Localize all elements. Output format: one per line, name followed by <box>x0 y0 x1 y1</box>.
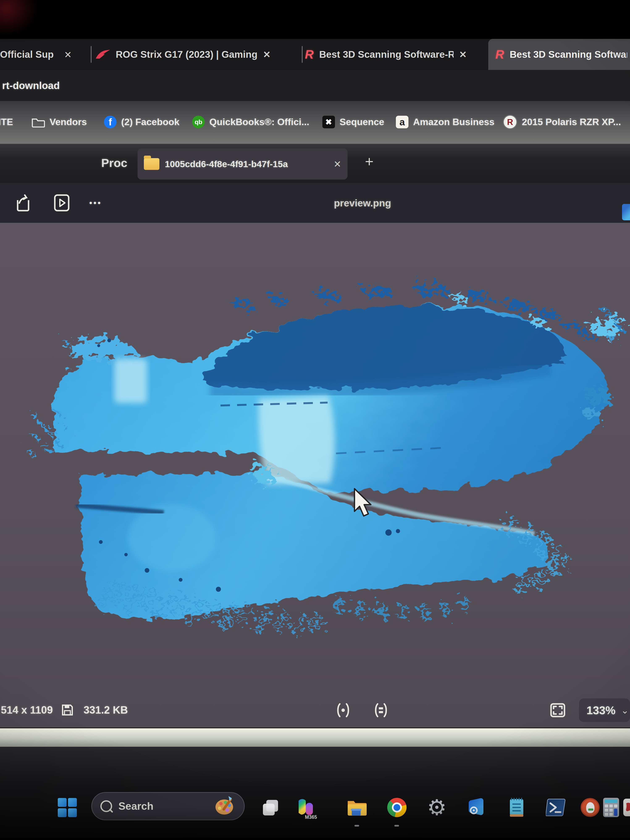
facebook-icon: f <box>104 116 117 128</box>
windows-logo-icon <box>58 798 77 817</box>
revopoint-logo-icon: R <box>496 48 504 60</box>
edit-image-icon[interactable] <box>622 204 630 220</box>
chevron-down-icon: ⌄ <box>621 705 629 716</box>
close-icon[interactable]: ✕ <box>333 159 341 169</box>
bookmark-quickbooks[interactable]: qb QuickBooks®: Offici... <box>192 116 309 128</box>
revo-scan-button[interactable] <box>467 795 487 820</box>
task-view-button[interactable] <box>261 795 281 820</box>
chrome-icon <box>387 798 407 817</box>
polaris-icon: R <box>503 115 517 129</box>
explorer-tab-row: Proc 1005cdd6-4f8e-4f91-b47f-15a ✕ + <box>0 143 630 184</box>
bookmark-partial[interactable]: ITE <box>0 117 13 128</box>
bookmark-facebook[interactable]: f (2) Facebook <box>104 116 180 128</box>
file-title: preview.png <box>334 197 391 209</box>
revopoint-logo-icon: R <box>305 48 314 60</box>
powershell-icon <box>546 799 565 816</box>
close-icon[interactable]: ✕ <box>64 49 72 60</box>
fullscreen-icon[interactable] <box>550 702 566 718</box>
bookmark-amazon[interactable]: a Amazon Business <box>396 116 494 128</box>
tab-label: Official Sup <box>0 49 54 60</box>
tab-rog-strix[interactable]: ROG Strix G17 (2023) | Gaming ✕ <box>96 39 303 70</box>
search-icon <box>100 800 112 812</box>
screen-bottom-glare <box>0 728 630 747</box>
bookmarks-bar: ITE Vendors f (2) Facebook qb QuickBooks… <box>0 101 630 143</box>
duckduckgo-button[interactable] <box>580 795 600 820</box>
browser-tab-strip: Official Sup ✕ ROG Strix G17 (2023) | Ga… <box>0 39 630 70</box>
revo-scan-icon <box>467 797 487 818</box>
address-bar[interactable]: rt-download <box>0 70 630 101</box>
slideshow-icon[interactable] <box>54 194 70 212</box>
new-tab-button[interactable]: + <box>365 153 374 170</box>
image-dimensions: 514 x 1109 <box>1 704 53 716</box>
more-options-icon[interactable]: ••• <box>89 198 102 208</box>
photo-viewer-toolbar: ••• preview.png <box>0 183 630 223</box>
scan-image <box>0 223 630 728</box>
bookmark-vendors-folder[interactable]: Vendors <box>32 117 87 128</box>
file-size: 331.2 KB <box>84 704 128 716</box>
close-icon[interactable]: ✕ <box>459 49 467 60</box>
amazon-icon: a <box>396 116 409 128</box>
calculator-icon <box>602 797 620 818</box>
duckduckgo-icon <box>581 798 600 817</box>
settings-button[interactable]: ⚙ <box>427 795 447 820</box>
image-canvas[interactable] <box>0 223 630 728</box>
m365-label: M365 <box>305 815 317 820</box>
share-icon[interactable] <box>15 194 32 212</box>
palette-icon <box>214 795 235 817</box>
folder-icon <box>144 158 159 170</box>
tab-divider <box>302 46 303 63</box>
taskbar-search[interactable]: Search <box>92 792 245 820</box>
file-explorer-button[interactable] <box>346 795 367 820</box>
tab-label: ROG Strix G17 (2023) | Gaming <box>116 49 257 60</box>
explorer-tab[interactable]: 1005cdd6-4f8e-4f91-b47f-15a ✕ <box>137 148 347 180</box>
rog-logo-icon <box>96 50 110 59</box>
running-indicator <box>395 825 399 827</box>
taskbar <box>0 747 630 838</box>
close-icon[interactable]: ✕ <box>263 49 271 60</box>
powershell-button[interactable] <box>546 795 566 820</box>
calculator-button[interactable] <box>601 795 621 820</box>
zoom-level: 133% <box>587 704 616 717</box>
tab-official-support[interactable]: Official Sup <box>0 39 61 70</box>
pinned-app-button[interactable] <box>623 795 630 820</box>
tab-best-3d-scanning-active[interactable]: R Best 3D Scanning Software <box>488 39 630 70</box>
background-window-title: Proc <box>101 156 128 170</box>
gear-icon: ⚙ <box>427 797 447 818</box>
tab-divider <box>91 46 92 63</box>
zoom-actual-size-icon[interactable] <box>336 703 351 718</box>
notepad-button[interactable] <box>507 795 527 820</box>
fit-to-window-icon[interactable] <box>373 703 388 718</box>
tab-label: Best 3D Scanning Software-Rev <box>319 49 453 60</box>
running-indicator <box>354 825 359 827</box>
folder-icon <box>32 117 45 128</box>
url-text: rt-download <box>2 80 60 92</box>
chrome-button[interactable] <box>387 795 407 820</box>
mouse-cursor <box>353 488 376 519</box>
tab-label: Best 3D Scanning Software <box>510 49 627 60</box>
file-explorer-icon <box>346 798 367 817</box>
acrobat-icon <box>623 798 630 817</box>
start-button[interactable] <box>57 795 77 820</box>
task-view-icon <box>261 798 280 817</box>
quickbooks-icon: qb <box>192 116 205 128</box>
tab-best-3d-scanning[interactable]: R Best 3D Scanning Software-Rev ✕ <box>305 39 488 70</box>
sequence-icon: ✖ <box>322 116 335 128</box>
notepad-icon <box>508 797 525 818</box>
zoom-control[interactable]: 133% ⌄ <box>579 698 630 722</box>
bookmark-polaris[interactable]: R 2015 Polaris RZR XP... <box>503 115 621 129</box>
bookmark-sequence[interactable]: ✖ Sequence <box>322 116 384 128</box>
save-icon[interactable] <box>61 704 74 716</box>
search-label: Search <box>118 800 207 812</box>
